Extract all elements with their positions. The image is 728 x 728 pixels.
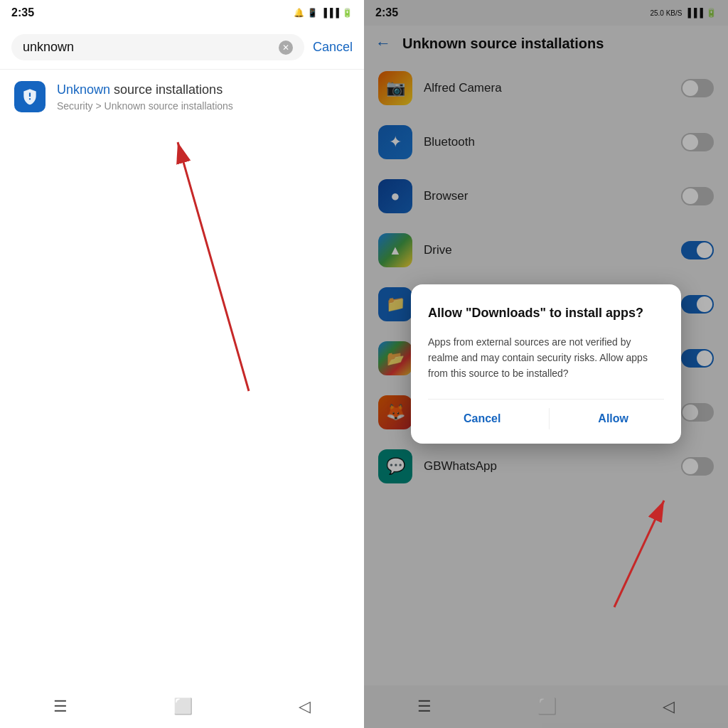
search-bar: ✕ Cancel: [0, 26, 364, 70]
status-icons-left: 🔔 📱 ▐▐▐ 🔋: [294, 8, 353, 18]
right-panel: 2:35 25.0 KB/S ▐▐▐ 🔋 ← Unknown source in…: [364, 0, 728, 728]
sim-icon: 📱: [307, 8, 318, 18]
bottom-nav-left: ☰ ⬜ ◁: [0, 685, 364, 728]
status-time-left: 2:35: [11, 6, 34, 19]
result-text-block: Unknown source installations Security > …: [57, 82, 233, 112]
security-icon: [14, 81, 46, 112]
menu-icon-left[interactable]: ☰: [53, 697, 68, 716]
svg-line-1: [178, 142, 249, 391]
home-icon-left[interactable]: ⬜: [173, 697, 193, 716]
search-result-item[interactable]: Unknown source installations Security > …: [0, 70, 364, 124]
dialog-actions: Cancel Allow: [428, 399, 664, 432]
dialog: Allow "Downloads" to install apps? Apps …: [411, 284, 681, 443]
clear-icon[interactable]: ✕: [279, 41, 293, 55]
dialog-allow-button[interactable]: Allow: [575, 405, 651, 432]
result-highlight: Unknown: [57, 82, 110, 97]
status-bar-left: 2:35 🔔 📱 ▐▐▐ 🔋: [0, 0, 364, 26]
arrow-left: [156, 121, 299, 405]
result-subtitle: Security > Unknown source installations: [57, 100, 233, 112]
dialog-overlay: Allow "Downloads" to install apps? Apps …: [364, 0, 728, 728]
search-input[interactable]: [23, 40, 273, 55]
dialog-cancel-button[interactable]: Cancel: [441, 405, 523, 432]
left-panel: 2:35 🔔 📱 ▐▐▐ 🔋 ✕ Cancel Unknown source i…: [0, 0, 364, 728]
result-title-rest: source installations: [110, 82, 223, 97]
notification-icon: 🔔: [294, 8, 304, 18]
dialog-body: Apps from external sources are not verif…: [428, 334, 664, 382]
search-input-wrapper: ✕: [11, 34, 304, 60]
signal-icon: ▐▐▐: [321, 8, 339, 18]
result-title: Unknown source installations: [57, 82, 233, 97]
dialog-title: Allow "Downloads" to install apps?: [428, 304, 664, 322]
battery-icon: 🔋: [342, 8, 353, 18]
dialog-divider: [549, 408, 550, 429]
cancel-button-left[interactable]: Cancel: [313, 40, 353, 55]
back-icon-left[interactable]: ◁: [299, 697, 311, 716]
